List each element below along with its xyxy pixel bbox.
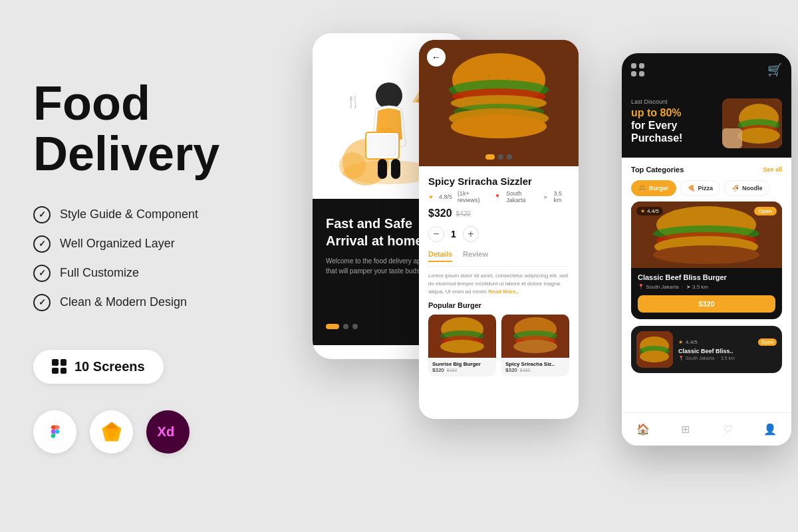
food-card-1-name: Classic Beef Bliss Burger — [638, 273, 775, 281]
distance: 3.5 km — [553, 190, 569, 203]
back-arrow-button[interactable]: ← — [427, 48, 446, 66]
popular-item-2-name: Spicy Sriracha Siz.. — [505, 361, 565, 367]
screens-label: 10 Screens — [74, 359, 145, 374]
cart-icon[interactable]: 🛒 — [767, 63, 782, 77]
food-card-2-rating-badge: ★ 4.4/5 Open — [678, 338, 777, 346]
popular-item-2-old-price: $420 — [520, 368, 531, 372]
svg-point-52 — [640, 350, 669, 362]
img-dot-1[interactable] — [485, 154, 495, 160]
food-card-1[interactable]: ★ 4.4/5 Open Classic Beef Bliss Burger 📍… — [631, 201, 782, 319]
sketch-badge — [90, 410, 133, 454]
dot-1[interactable] — [326, 324, 339, 329]
promo-burger-image — [722, 98, 782, 148]
reviews: (1k+ reviews) — [458, 190, 489, 203]
star-icon: ★ — [428, 194, 434, 200]
quantity-decrease-button[interactable]: − — [428, 226, 444, 242]
quantity-display: 1 — [451, 229, 456, 239]
burger-category-icon: 🍔 — [638, 185, 646, 192]
food-detail-phone: ← Spicy Sriracha Sizzler ★ 4.8/5 (1k+ re… — [419, 40, 579, 419]
svg-point-7 — [376, 82, 402, 109]
svg-point-6 — [339, 152, 366, 179]
xd-icon: Xd — [156, 422, 180, 441]
food-card-1-body: Classic Beef Bliss Burger 📍 South Jakart… — [631, 268, 782, 319]
food-meta: ★ 4.8/5 (1k+ reviews) 📍 South Jakarta ➤ … — [428, 190, 569, 203]
figma-badge — [33, 410, 76, 454]
popular-item-1-name: Sunrise Big Burger — [432, 361, 492, 367]
burger-hero-image: ← — [419, 40, 579, 166]
nav-orders-icon[interactable]: ⊞ — [678, 422, 693, 437]
location-icon: 📍 — [494, 194, 501, 200]
detail-tabs: Details Review — [428, 250, 569, 267]
tools-row: Xd — [33, 410, 246, 454]
bottom-navigation: 🏠 ⊞ ♡ 👤 — [622, 412, 791, 446]
read-more-link[interactable]: Read More.. — [488, 289, 518, 295]
features-list: Style Guide & Component Well Organized L… — [33, 206, 246, 323]
popular-item-1-info: Sunrise Big Burger $320 $420 — [428, 358, 496, 376]
category-chip-burger[interactable]: 🍔 Burger — [631, 180, 676, 196]
sketch-icon — [101, 421, 122, 442]
dot-2[interactable] — [343, 324, 348, 329]
food-card-1-price-button[interactable]: $320 — [638, 295, 775, 313]
svg-point-24 — [487, 74, 491, 78]
svg-text:🍴: 🍴 — [346, 94, 361, 109]
food-card-2-meta: 📍 South Jakarta · 3.5 km — [678, 356, 777, 361]
promo-text: Last Discount up to 80% for Every Purcha… — [631, 98, 716, 145]
category-chip-noodle[interactable]: 🍜 Noodle — [724, 180, 770, 196]
app-home-phone: 🛒 Last Discount up to 80% for Every Purc… — [622, 53, 791, 446]
svg-text:Xd: Xd — [157, 424, 174, 439]
categories-title: Top Categories — [631, 166, 684, 174]
nav-profile-icon[interactable]: 👤 — [763, 422, 777, 437]
tab-review[interactable]: Review — [463, 250, 488, 262]
tab-details[interactable]: Details — [428, 250, 452, 262]
svg-point-25 — [497, 72, 501, 76]
svg-rect-11 — [391, 159, 400, 179]
svg-rect-10 — [378, 159, 387, 179]
nav-home-icon[interactable]: 🏠 — [636, 422, 650, 437]
screens-badge: 10 Screens — [33, 350, 164, 384]
svg-point-23 — [451, 114, 547, 138]
popular-item-1[interactable]: Sunrise Big Burger $320 $420 — [428, 315, 496, 376]
category-chips: 🍔 Burger 🍕 Pizza 🍜 Noodle — [631, 180, 782, 196]
food-name: Spicy Sriracha Sizzler — [428, 176, 569, 187]
location: South Jakarta — [506, 190, 538, 203]
quantity-increase-button[interactable]: + — [463, 226, 479, 242]
food-card-2[interactable]: ★ 4.4/5 Open Classic Beef Bliss.. 📍 Sout… — [631, 326, 782, 373]
image-dots — [485, 154, 512, 160]
right-panel: Skip — [279, 0, 798, 532]
img-dot-2[interactable] — [498, 154, 503, 160]
see-all-link[interactable]: See all — [763, 166, 782, 173]
check-icon-2 — [33, 235, 51, 253]
food-old-price: $420 — [456, 210, 471, 217]
categories-header: Top Categories See all — [631, 166, 782, 174]
check-icon-3 — [33, 265, 51, 282]
food-card-2-open-badge: Open — [758, 338, 777, 346]
food-price-row: $320 $420 — [428, 207, 569, 219]
popular-item-1-old-price: $420 — [447, 368, 458, 372]
category-chip-pizza[interactable]: 🍕 Pizza — [680, 180, 721, 196]
food-price: $320 — [428, 207, 452, 219]
svg-point-48 — [653, 245, 759, 264]
dot-3[interactable] — [352, 324, 358, 329]
figma-icon — [46, 422, 65, 441]
dark-header: 🛒 Last Discount up to 80% for Every Purc… — [622, 53, 791, 158]
popular-item-2-info: Spicy Sriracha Siz.. $320 $420 — [501, 358, 569, 376]
pizza-category-icon: 🍕 — [688, 185, 695, 192]
food-card-1-open-badge: Open — [754, 207, 777, 215]
quantity-row: − 1 + — [428, 226, 569, 242]
popular-item-2[interactable]: Spicy Sriracha Siz.. $320 $420 — [501, 315, 569, 376]
food-card-2-image — [636, 331, 673, 368]
food-card-1-meta: 📍 South Jakarta · ➤ 3.5 km — [638, 284, 775, 290]
categories-section: Top Categories See all 🍔 Burger 🍕 Pizza … — [622, 158, 791, 201]
promo-headline: up to 80% for Every Purchase! — [631, 106, 716, 145]
nav-favorites-icon[interactable]: ♡ — [720, 422, 735, 437]
main-title: Food Delivery — [33, 78, 246, 179]
popular-item-1-price: $320 — [432, 367, 444, 373]
menu-grid-icon[interactable] — [631, 63, 644, 76]
feature-item-3: Full Customize — [33, 265, 246, 282]
svg-point-36 — [513, 340, 557, 353]
svg-point-26 — [507, 76, 511, 80]
img-dot-3[interactable] — [507, 154, 512, 160]
xd-badge: Xd — [146, 410, 190, 454]
food-card-2-info: ★ 4.4/5 Open Classic Beef Bliss.. 📍 Sout… — [678, 338, 777, 361]
popular-item-2-image — [501, 315, 569, 358]
